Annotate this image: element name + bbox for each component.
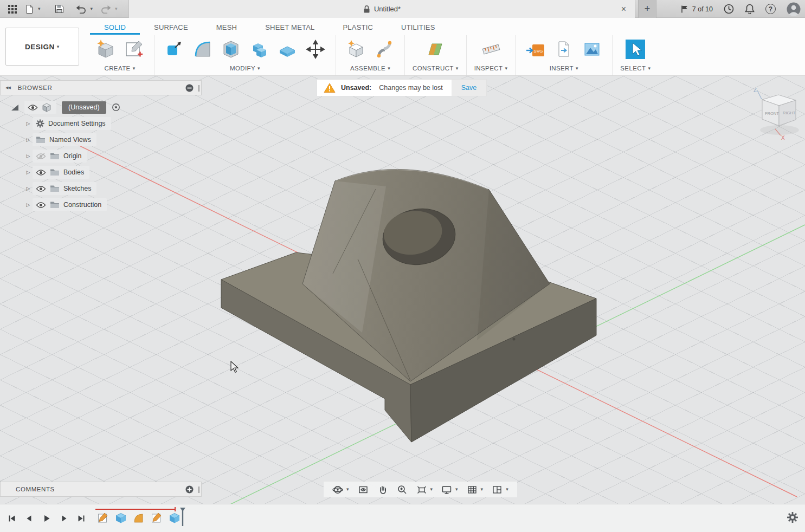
create-group-menu[interactable]: CREATE ▾ [104, 65, 135, 72]
measure-button[interactable] [479, 37, 504, 62]
browser-root-row[interactable]: (Unsaved) [0, 99, 202, 115]
save-button[interactable] [51, 0, 68, 18]
browser-item-bodies[interactable]: ▷ Bodies [0, 164, 202, 180]
app-menu-button[interactable] [4, 0, 21, 18]
go-to-start-button[interactable] [5, 512, 18, 525]
expand-arrow-icon[interactable]: ▷ [24, 186, 33, 191]
toolbar-group-assemble: ASSEMBLE ▾ [336, 35, 405, 75]
expand-arrow-icon[interactable]: ▷ [24, 170, 33, 175]
insert-derive-button[interactable] [551, 37, 576, 62]
close-document-button[interactable]: × [618, 0, 629, 18]
grid-settings-button[interactable]: ▾ [463, 482, 487, 497]
tab-mesh[interactable]: MESH [202, 21, 251, 35]
viewports-button[interactable]: ▾ [488, 482, 512, 497]
visibility-eye-icon[interactable] [36, 185, 46, 192]
new-body-button[interactable] [93, 37, 118, 62]
press-pull-button[interactable] [162, 37, 187, 62]
combine-button[interactable] [247, 37, 272, 62]
display-settings-button[interactable]: ▾ [438, 482, 461, 497]
timeline-features [96, 511, 181, 524]
look-at-button[interactable] [355, 482, 372, 497]
pan-hand-icon [377, 484, 388, 495]
tab-plastic[interactable]: PLASTIC [329, 21, 387, 35]
circle-minus-icon [185, 84, 194, 92]
model-body[interactable] [221, 169, 596, 442]
view-cube-icon[interactable]: Z FRONT RIGHT X [747, 86, 805, 142]
insert-canvas-button[interactable] [579, 37, 604, 62]
browser-item-document-settings[interactable]: ▷ Document Settings [0, 115, 202, 132]
visibility-eye-icon[interactable] [36, 169, 46, 176]
browser-root-label[interactable]: (Unsaved) [62, 101, 106, 114]
view-cube[interactable]: Z FRONT RIGHT X [747, 86, 805, 142]
tab-solid[interactable]: SOLID [90, 21, 140, 35]
timeline-feature-extrude-1[interactable] [114, 511, 127, 524]
redo-button[interactable]: ▾ [96, 0, 121, 18]
expand-arrow-icon[interactable]: ▷ [24, 121, 33, 126]
browser-item-construction[interactable]: ▷ Construction [0, 197, 202, 213]
tree-item-label: Bodies [63, 168, 84, 176]
panel-resize-grip[interactable] [198, 85, 199, 92]
insert-svg-button[interactable]: SVG [523, 37, 548, 62]
preferences-gear-button[interactable] [787, 511, 798, 523]
new-component-button[interactable] [344, 37, 369, 62]
tab-sheet-metal[interactable]: SHEET METAL [251, 21, 329, 35]
browser-item-sketches[interactable]: ▷ Sketches [0, 180, 202, 197]
new-tab-button[interactable]: + [638, 0, 656, 18]
tab-surface[interactable]: SURFACE [140, 21, 202, 35]
document-tab[interactable]: Untitled* × [128, 0, 635, 18]
browser-drag-handle-icon[interactable] [11, 104, 19, 111]
shell-button[interactable] [218, 37, 243, 62]
tab-utilities[interactable]: UTILITIES [387, 21, 449, 35]
hide-browser-button[interactable] [185, 84, 194, 92]
collapse-panel-icon[interactable]: ◀◀ [5, 86, 10, 90]
add-comment-button[interactable] [185, 485, 194, 494]
job-status-button[interactable]: 7 of 10 [681, 5, 713, 14]
browser-header[interactable]: ◀◀ BROWSER [0, 80, 202, 95]
file-menu-button[interactable]: ▾ [21, 0, 44, 18]
timeline-position-marker[interactable] [179, 508, 186, 527]
notifications-button[interactable] [745, 4, 755, 14]
step-forward-button[interactable] [57, 512, 70, 525]
step-back-button[interactable] [23, 512, 36, 525]
offset-face-button[interactable] [275, 37, 300, 62]
skip-to-start-icon [8, 514, 16, 523]
undo-button[interactable]: ▾ [72, 0, 97, 18]
expand-arrow-icon[interactable]: ▷ [24, 202, 33, 207]
browser-item-named-views[interactable]: ▷ Named Views [0, 132, 202, 148]
joint-button[interactable] [372, 37, 397, 62]
save-warning-button[interactable]: Save [452, 80, 487, 96]
orbit-button[interactable]: ▾ [329, 482, 352, 497]
expand-arrow-icon[interactable]: ▷ [24, 137, 33, 142]
move-copy-button[interactable] [303, 37, 328, 62]
go-to-end-button[interactable] [75, 512, 88, 525]
create-sketch-button[interactable] [121, 37, 146, 62]
help-button[interactable]: ? [765, 4, 776, 14]
design-menu-button[interactable]: DESIGN ▾ [5, 28, 79, 66]
user-avatar[interactable] [787, 2, 801, 16]
construction-plane-button[interactable] [423, 37, 448, 62]
fillet-button[interactable] [190, 37, 215, 62]
visibility-eye-icon[interactable] [28, 104, 38, 111]
activate-component-icon[interactable] [112, 103, 120, 112]
pan-button[interactable] [374, 482, 391, 497]
modify-group-menu[interactable]: MODIFY ▾ [230, 65, 260, 72]
comments-header[interactable]: COMMENTS [0, 482, 202, 497]
panel-resize-grip[interactable] [198, 486, 199, 493]
timeline-feature-fillet[interactable] [132, 511, 145, 524]
inspect-group-menu[interactable]: INSPECT ▾ [474, 65, 508, 72]
activity-history-button[interactable] [724, 4, 734, 14]
fit-button[interactable]: ▾ [413, 482, 436, 497]
assemble-group-menu[interactable]: ASSEMBLE ▾ [350, 65, 390, 72]
play-button[interactable] [40, 512, 53, 525]
construct-group-menu[interactable]: CONSTRUCT ▾ [413, 65, 459, 72]
expand-arrow-icon[interactable]: ▷ [24, 153, 33, 159]
visibility-eye-icon[interactable] [36, 202, 46, 209]
visibility-eye-off-icon[interactable] [36, 153, 46, 160]
select-tool-button[interactable] [623, 37, 648, 62]
insert-group-menu[interactable]: INSERT ▾ [550, 65, 578, 72]
browser-item-origin[interactable]: ▷ Origin [0, 148, 202, 164]
timeline-feature-sketch-1[interactable] [96, 511, 110, 524]
timeline-feature-sketch-2[interactable] [150, 511, 163, 524]
select-group-menu[interactable]: SELECT ▾ [620, 65, 651, 72]
zoom-button[interactable] [394, 482, 411, 497]
